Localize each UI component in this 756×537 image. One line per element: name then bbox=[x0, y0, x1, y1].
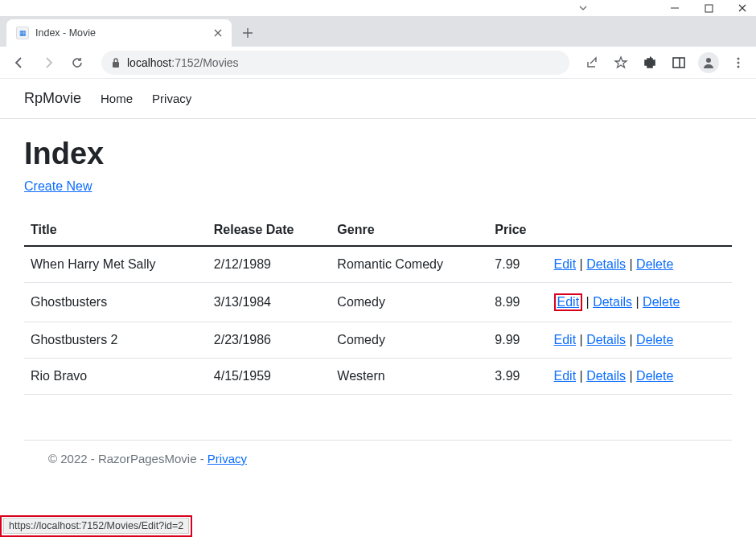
col-price: Price bbox=[488, 215, 547, 246]
share-icon[interactable] bbox=[582, 53, 602, 72]
cell-release: 4/15/1959 bbox=[207, 359, 331, 395]
brand-link[interactable]: RpMovie bbox=[24, 90, 81, 107]
cell-actions: Edit | Details | Delete bbox=[548, 359, 733, 395]
browser-tab[interactable]: ▦ Index - Movie bbox=[6, 19, 232, 47]
lock-icon bbox=[111, 57, 121, 68]
svg-rect-3 bbox=[673, 58, 684, 68]
delete-link[interactable]: Delete bbox=[636, 257, 673, 271]
edit-highlight: Edit bbox=[554, 293, 583, 311]
details-link[interactable]: Details bbox=[593, 295, 632, 309]
col-actions bbox=[548, 215, 733, 246]
window-controls bbox=[0, 0, 756, 16]
main-content: Index Create New Title Release Date Genr… bbox=[0, 119, 756, 473]
cell-title: Ghostbusters 2 bbox=[24, 322, 207, 359]
footer-privacy-link[interactable]: Privacy bbox=[207, 452, 247, 465]
chevron-down-icon[interactable] bbox=[577, 2, 589, 14]
svg-rect-1 bbox=[705, 5, 713, 12]
site-header: RpMovie Home Privacy bbox=[0, 79, 756, 119]
svg-point-5 bbox=[706, 58, 711, 63]
delete-link[interactable]: Delete bbox=[636, 333, 673, 346]
col-genre: Genre bbox=[331, 215, 488, 246]
page-viewport: RpMovie Home Privacy Index Create New Ti… bbox=[0, 79, 756, 518]
profile-avatar[interactable] bbox=[698, 52, 719, 73]
maximize-button[interactable] bbox=[703, 2, 714, 14]
separator: | bbox=[576, 257, 586, 271]
table-row: Rio Bravo4/15/1959Western3.99Edit | Deta… bbox=[24, 359, 732, 395]
svg-point-8 bbox=[738, 65, 740, 68]
status-bar: https://localhost:7152/Movies/Edit?id=2 bbox=[3, 518, 189, 534]
cell-release: 3/13/1984 bbox=[207, 283, 331, 322]
separator: | bbox=[576, 333, 586, 346]
site-footer: © 2022 - RazorPagesMovie - Privacy bbox=[24, 440, 732, 465]
close-tab-icon[interactable] bbox=[214, 29, 222, 37]
extensions-icon[interactable] bbox=[640, 53, 659, 72]
forward-button[interactable] bbox=[37, 51, 60, 74]
movies-table: Title Release Date Genre Price When Harr… bbox=[24, 215, 732, 395]
cell-price: 8.99 bbox=[488, 283, 547, 322]
cell-title: Rio Bravo bbox=[24, 359, 207, 395]
cell-actions: Edit | Details | Delete bbox=[548, 322, 733, 359]
nav-privacy[interactable]: Privacy bbox=[152, 92, 191, 105]
status-bar-highlight: https://localhost:7152/Movies/Edit?id=2 bbox=[0, 515, 192, 537]
edit-link[interactable]: Edit bbox=[554, 369, 577, 383]
cell-price: 7.99 bbox=[488, 246, 547, 283]
details-link[interactable]: Details bbox=[586, 333, 626, 346]
table-row: When Harry Met Sally2/12/1989Romantic Co… bbox=[24, 246, 732, 283]
back-button[interactable] bbox=[8, 51, 31, 74]
svg-point-6 bbox=[738, 57, 740, 59]
col-release: Release Date bbox=[207, 215, 331, 246]
edit-link[interactable]: Edit bbox=[554, 257, 577, 271]
reload-button[interactable] bbox=[66, 51, 88, 74]
table-row: Ghostbusters3/13/1984Comedy8.99Edit | De… bbox=[24, 283, 732, 322]
cell-title: When Harry Met Sally bbox=[24, 246, 207, 283]
cell-actions: Edit | Details | Delete bbox=[548, 283, 733, 322]
new-tab-button[interactable] bbox=[236, 22, 259, 44]
separator: | bbox=[626, 257, 636, 271]
delete-link[interactable]: Delete bbox=[636, 369, 673, 383]
delete-link[interactable]: Delete bbox=[643, 295, 680, 309]
url-text: localhost:7152/Movies bbox=[127, 56, 239, 69]
cell-genre: Western bbox=[331, 359, 488, 395]
svg-rect-2 bbox=[113, 62, 119, 68]
address-bar[interactable]: localhost:7152/Movies bbox=[101, 51, 569, 75]
create-new-link[interactable]: Create New bbox=[24, 179, 92, 193]
separator: | bbox=[576, 369, 586, 383]
star-icon[interactable] bbox=[611, 53, 631, 72]
cell-release: 2/23/1986 bbox=[207, 322, 331, 359]
col-title: Title bbox=[24, 215, 207, 246]
tab-title: Index - Movie bbox=[35, 27, 207, 39]
menu-icon[interactable] bbox=[729, 53, 748, 72]
cell-genre: Comedy bbox=[331, 283, 488, 322]
edit-link[interactable]: Edit bbox=[557, 295, 580, 309]
minimize-button[interactable] bbox=[669, 2, 680, 14]
footer-copyright: © 2022 - RazorPagesMovie - bbox=[48, 452, 207, 465]
cell-genre: Romantic Comedy bbox=[331, 246, 488, 283]
close-window-button[interactable] bbox=[737, 2, 748, 14]
separator: | bbox=[626, 369, 636, 383]
cell-title: Ghostbusters bbox=[24, 283, 207, 322]
side-panel-icon[interactable] bbox=[669, 53, 688, 72]
cell-price: 3.99 bbox=[488, 359, 547, 395]
cell-price: 9.99 bbox=[488, 322, 547, 359]
svg-point-7 bbox=[738, 61, 740, 64]
separator: | bbox=[632, 295, 643, 309]
favicon-icon: ▦ bbox=[16, 27, 29, 39]
edit-link[interactable]: Edit bbox=[554, 333, 577, 346]
table-row: Ghostbusters 22/23/1986Comedy9.99Edit | … bbox=[24, 322, 732, 359]
page-title: Index bbox=[24, 137, 732, 171]
browser-toolbar: localhost:7152/Movies bbox=[0, 47, 756, 79]
separator: | bbox=[626, 333, 636, 346]
separator: | bbox=[582, 295, 593, 309]
tab-bar: ▦ Index - Movie bbox=[0, 16, 756, 47]
cell-genre: Comedy bbox=[331, 322, 488, 359]
cell-actions: Edit | Details | Delete bbox=[548, 246, 733, 283]
details-link[interactable]: Details bbox=[586, 369, 626, 383]
cell-release: 2/12/1989 bbox=[207, 246, 331, 283]
nav-home[interactable]: Home bbox=[101, 92, 133, 105]
details-link[interactable]: Details bbox=[586, 257, 626, 271]
